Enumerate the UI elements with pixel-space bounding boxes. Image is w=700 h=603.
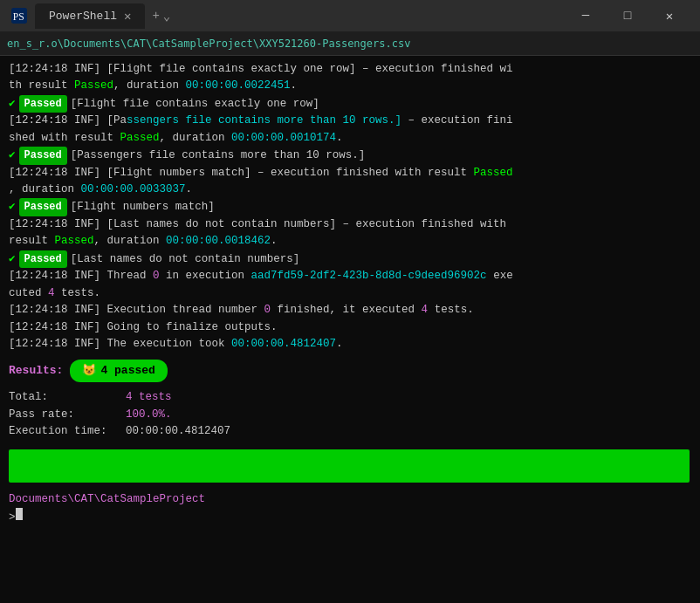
passed-line-2: ✔ Passed [Passengers file contains more … [9,147,691,165]
log-line-3b: , duration 00:00:00.0033037. [9,182,691,198]
log-line-exec: [12:24:18 INF] Execution thread number 0… [9,302,691,319]
log-line-2: [12:24:18 INF] [Passengers file contains… [9,113,691,129]
prompt-path: Documents\CAT\CatSampleProject [9,491,205,508]
exectime-value: 00:00:00.4812407 [126,423,230,440]
passed-line-3: ✔ Passed [Flight numbers match] [9,198,691,216]
badge-passed-3: Passed [19,198,67,216]
passrate-value: 100.0%. [126,407,172,423]
results-badge: 😺 4 passed [70,360,167,382]
results-emoji: 😺 [82,362,96,380]
log-line-took: [12:24:18 INF] The execution took 00:00:… [9,336,691,353]
green-progress-bar [9,449,690,483]
passed-line-1: ✔ Passed [Flight file contains exactly o… [9,95,691,113]
address-bar: en_s_r.o\Documents\CAT\CatSampleProject\… [0,31,700,56]
address-path: en_s_r.o\Documents\CAT\CatSampleProject\… [7,38,410,50]
log-line-finalize: [12:24:18 INF] Going to finalize outputs… [9,319,691,336]
tab-dropdown-button[interactable]: ⌄ [163,9,170,24]
new-tab-button[interactable]: + [152,9,159,23]
log-line-4: [12:24:18 INF] [Last names do not contai… [9,216,691,233]
log-line-3: [12:24:18 INF] [Flight numbers match] – … [9,165,691,182]
maximize-button[interactable]: □ [607,0,648,31]
total-value: 4 tests [126,389,172,406]
badge-passed-1: Passed [19,95,67,113]
terminal-tab[interactable]: PowerShell ✕ [35,3,145,29]
window-controls: ─ □ ✕ [566,0,690,31]
stat-exectime: Execution time: 00:00:00.4812407 [9,423,691,440]
checkmark-icon-1: ✔ [9,96,16,113]
badge-passed-4: Passed [19,250,67,269]
tab-label: PowerShell [49,10,117,23]
powershell-icon: PS [10,7,28,24]
total-label: Total: [9,389,122,406]
prompt-symbol: > [9,510,16,526]
title-bar: PS PowerShell ✕ + ⌄ ─ □ ✕ [0,0,700,31]
checkmark-icon-3: ✔ [9,199,16,216]
log-line-4b: result Passed, duration 00:00:00.0018462… [9,233,691,250]
results-line: Results: 😺 4 passed [9,360,691,382]
badge-passed-2: Passed [19,147,67,165]
prompt-section: Documents\CAT\CatSampleProject > [9,491,691,527]
log-line-0b: th result Passed, duration 00:00:00.0022… [9,78,691,94]
stat-passrate: Pass rate: 100.0%. [9,407,691,423]
exectime-label: Execution time: [9,423,122,440]
log-line-2b: shed with result Passed, duration 00:00:… [9,130,691,147]
prompt-cursor-line: > [9,508,691,526]
prompt-path-line: Documents\CAT\CatSampleProject [9,491,691,508]
results-label: Results: [9,362,63,380]
log-line-0: [12:24:18 INF] [Flight file contains exa… [9,61,691,78]
checkmark-icon-4: ✔ [9,251,16,268]
cursor-blink [16,508,23,520]
log-line-thread-b: cuted 4 tests. [9,285,691,302]
checkmark-icon-2: ✔ [9,147,16,164]
svg-text:PS: PS [13,11,24,23]
tab-controls: + ⌄ [152,9,170,24]
tab-close-button[interactable]: ✕ [124,9,131,24]
passrate-label: Pass rate: [9,407,122,423]
log-line-thread: [12:24:18 INF] Thread 0 in execution aad… [9,268,691,284]
stats-section: Total: 4 tests Pass rate: 100.0%. Execut… [9,389,691,440]
passed-line-4: ✔ Passed [Last names do not contain numb… [9,250,691,269]
results-text: 4 passed [100,362,154,380]
close-button[interactable]: ✕ [649,0,690,31]
minimize-button[interactable]: ─ [566,0,606,31]
stat-total: Total: 4 tests [9,389,691,406]
terminal-body: [12:24:18 INF] [Flight file contains exa… [0,56,700,603]
